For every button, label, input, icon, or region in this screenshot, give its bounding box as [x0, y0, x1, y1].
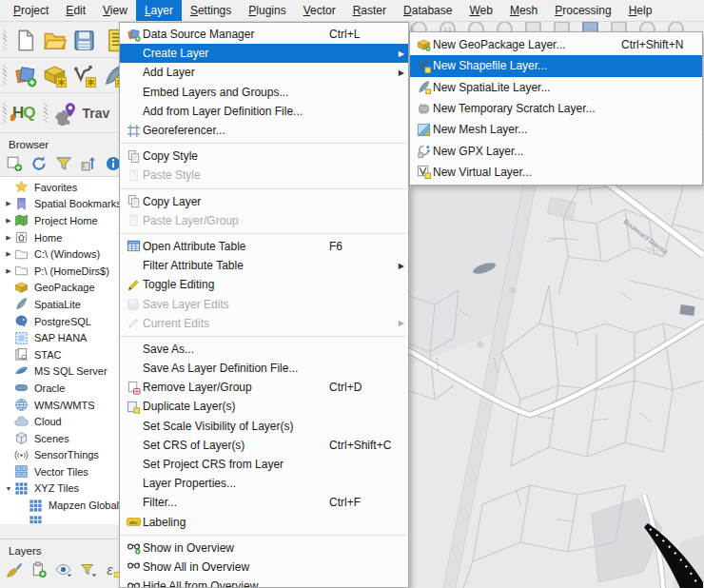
- expander-collapsed-icon[interactable]: ▶: [3, 200, 14, 207]
- menu-item-copy-layer[interactable]: Copy Layer: [120, 192, 408, 211]
- expander-collapsed-icon[interactable]: ▶: [3, 267, 14, 275]
- bookmark-tool-icon[interactable]: [582, 21, 598, 31]
- browser-item-clipped[interactable]: [0, 514, 120, 524]
- add-selected-layers-button[interactable]: [4, 154, 24, 173]
- menu-item-new-shapefile-layer[interactable]: New Shapefile Layer...: [410, 55, 702, 76]
- menu-item-add-from-layer-definition-file[interactable]: Add from Layer Definition File...: [120, 102, 408, 121]
- browser-item-cloud[interactable]: Cloud: [0, 413, 120, 430]
- browser-item-spatialite[interactable]: SpatiaLite: [0, 296, 120, 313]
- menu-item-embed-layers-and-groups[interactable]: Embed Layers and Groups...: [120, 83, 408, 102]
- expander-collapsed-icon[interactable]: ▶: [3, 234, 14, 242]
- menu-item-layer-properties[interactable]: Layer Properties...: [120, 474, 408, 493]
- browser-item-home[interactable]: ▶Home: [0, 229, 120, 246]
- refresh-button[interactable]: [29, 154, 49, 173]
- menubar-item-processing[interactable]: Processing: [546, 0, 619, 21]
- zoom-next-icon[interactable]: [497, 21, 513, 31]
- menu-item-save-as[interactable]: Save As...: [120, 340, 408, 359]
- expander-expanded-icon[interactable]: ▼: [3, 485, 14, 492]
- menu-item-set-project-crs-from-layer[interactable]: Set Project CRS from Layer: [120, 455, 408, 474]
- browser-item-ms-sql-server[interactable]: MS SQL Server: [0, 363, 120, 381]
- expander-collapsed-icon[interactable]: ▶: [3, 217, 14, 225]
- menu-item-save-as-layer-definition-file[interactable]: Save As Layer Definition File...: [120, 359, 408, 378]
- zoom-icon[interactable]: [411, 21, 427, 31]
- menubar-item-edit[interactable]: Edit: [57, 0, 94, 21]
- properties-button[interactable]: [103, 154, 120, 173]
- menubar-item-view[interactable]: View: [94, 0, 136, 21]
- collapse-all-button[interactable]: [78, 154, 98, 173]
- menu-item-set-scale-visibility-of-layer-s[interactable]: Set Scale Visibility of Layer(s): [120, 417, 408, 436]
- browser-item-sap-hana[interactable]: SAP HANA: [0, 329, 120, 346]
- menu-item-paste-layer-group[interactable]: Paste Layer/Group: [120, 211, 408, 230]
- browser-item-geopackage[interactable]: GeoPackage: [0, 280, 120, 297]
- menu-item-new-spatialite-layer[interactable]: New SpatiaLite Layer...: [410, 77, 702, 98]
- menu-item-filter-attribute-table[interactable]: Filter Attribute Table▶: [120, 256, 408, 275]
- menu-item-labeling[interactable]: abcLabeling: [120, 513, 408, 532]
- expander-collapsed-icon[interactable]: ▶: [3, 250, 14, 258]
- browser-item-p-homedirs[interactable]: ▶P:\ (HomeDirs$): [0, 263, 120, 280]
- menu-item-paste-style[interactable]: Paste Style: [120, 166, 408, 185]
- menu-item-data-source-manager[interactable]: Data Source ManagerCtrl+L: [120, 25, 408, 44]
- browser-item-c-windows[interactable]: ▶C:\ (Windows): [0, 245, 120, 263]
- menu-item-new-geopackage-layer[interactable]: New GeoPackage Layer...Ctrl+Shift+N: [410, 34, 702, 55]
- toolbar-drag-handle[interactable]: [3, 29, 7, 50]
- bookmark-add-icon[interactable]: [611, 21, 627, 31]
- browser-item-scenes[interactable]: Scenes: [0, 430, 120, 447]
- browser-item-sensorthings[interactable]: SensorThings: [0, 447, 120, 464]
- traveltime-plugin-button[interactable]: [51, 99, 81, 128]
- menu-item-new-temporary-scratch-layer[interactable]: New Temporary Scratch Layer...: [410, 98, 702, 119]
- browser-item-wms-wmts[interactable]: WMS/WMTS: [0, 397, 120, 414]
- browser-item-vector-tiles[interactable]: Vector Tiles: [0, 463, 120, 480]
- browser-item-stac[interactable]: STAC: [0, 346, 120, 363]
- map-tool-icon[interactable]: [554, 21, 570, 31]
- menu-item-copy-style[interactable]: Copy Style: [120, 147, 408, 166]
- browser-item-postgresql[interactable]: PostgreSQL: [0, 313, 120, 330]
- menu-item-hide-all-from-overview[interactable]: Hide All from Overview: [120, 577, 408, 588]
- menubar-item-raster[interactable]: Raster: [344, 0, 395, 21]
- filter-expression-button[interactable]: ε: [103, 560, 120, 579]
- menu-item-toggle-editing[interactable]: Toggle Editing: [120, 275, 408, 294]
- map-themes-button[interactable]: [53, 560, 73, 579]
- menu-item-set-crs-of-layer-s[interactable]: Set CRS of Layer(s)Ctrl+Shift+C: [120, 436, 408, 455]
- zoom-last-icon[interactable]: [468, 21, 484, 31]
- menubar-item-web[interactable]: Web: [460, 0, 500, 21]
- menubar-item-project[interactable]: Project: [5, 0, 57, 21]
- menu-item-new-mesh-layer[interactable]: New Mesh Layer...: [410, 119, 702, 140]
- map-tool-icon[interactable]: [525, 21, 541, 31]
- menubar-item-settings[interactable]: Settings: [182, 0, 240, 21]
- menu-item-new-gpx-layer[interactable]: New GPX Layer...: [410, 140, 702, 161]
- new-shapefile-button[interactable]: [69, 61, 99, 90]
- menu-item-current-edits[interactable]: Current Edits▶: [120, 314, 408, 333]
- browser-item-favorites[interactable]: Favorites: [0, 179, 120, 196]
- menubar-item-mesh[interactable]: Mesh: [501, 0, 546, 21]
- menu-item-duplicate-layer-s[interactable]: Duplicate Layer(s): [120, 397, 408, 416]
- menubar-item-help[interactable]: Help: [620, 0, 661, 21]
- temporal-icon[interactable]: [639, 21, 655, 31]
- hqgis-plugin-button[interactable]: HQ: [10, 104, 41, 123]
- refresh-map-icon[interactable]: [668, 21, 684, 31]
- menubar-item-layer[interactable]: Layer: [136, 0, 182, 21]
- browser-item-oracle[interactable]: Oracle: [0, 380, 120, 397]
- filter-legend-button[interactable]: [78, 560, 98, 579]
- menubar-item-plugins[interactable]: Plugins: [240, 0, 294, 21]
- add-group-button[interactable]: [29, 560, 49, 579]
- menu-item-open-attribute-table[interactable]: Open Attribute TableF6: [120, 237, 408, 256]
- save-project-button[interactable]: [69, 26, 99, 55]
- layer-styling-button[interactable]: [4, 560, 24, 579]
- toolbar-drag-handle[interactable]: [44, 103, 48, 124]
- new-project-button[interactable]: [10, 26, 40, 55]
- toolbar-drag-handle[interactable]: [3, 65, 7, 86]
- menu-item-remove-layer-group[interactable]: Remove Layer/GroupCtrl+D: [120, 378, 408, 397]
- browser-item-mapzen-global[interactable]: Mapzen Global: [0, 497, 120, 514]
- menubar-item-database[interactable]: Database: [395, 0, 460, 21]
- browser-item-spatial-bookmarks[interactable]: ▶Spatial Bookmarks: [0, 196, 120, 213]
- menu-item-create-layer[interactable]: Create Layer▶: [120, 44, 408, 63]
- menu-item-show-in-overview[interactable]: Show in Overview: [120, 539, 408, 558]
- data-source-manager-button[interactable]: [10, 61, 40, 90]
- new-geopackage-button[interactable]: [40, 61, 69, 90]
- toolbar-drag-handle[interactable]: [3, 103, 7, 124]
- browser-item-project-home[interactable]: ▶Project Home: [0, 212, 120, 229]
- zoom-native-icon[interactable]: 1:1: [440, 21, 456, 31]
- browser-item-xyz-tiles[interactable]: ▼XYZ Tiles: [0, 480, 120, 498]
- menu-item-new-virtual-layer[interactable]: New Virtual Layer...: [410, 162, 702, 183]
- menu-item-add-layer[interactable]: Add Layer▶: [120, 63, 408, 82]
